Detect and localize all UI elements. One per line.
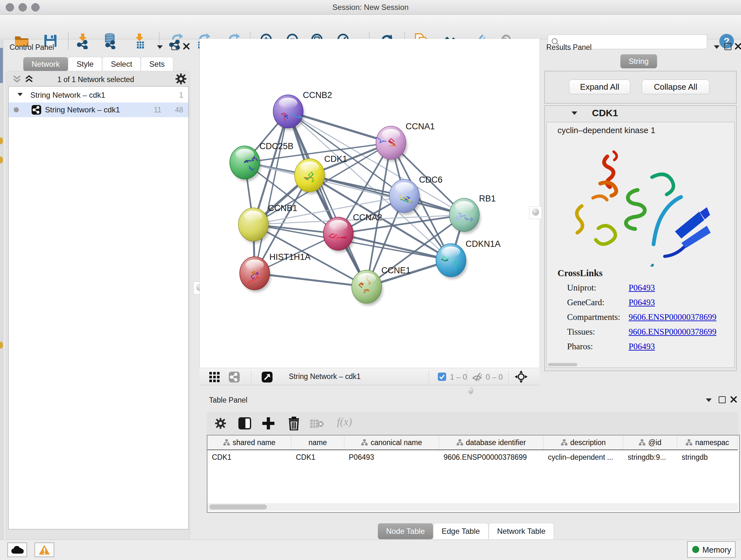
table-column-header[interactable]: description bbox=[543, 435, 623, 449]
grip-ball-icon bbox=[532, 208, 539, 215]
network-node-cdc6[interactable]: CDC6 bbox=[389, 175, 443, 215]
table-panel-float-icon[interactable] bbox=[706, 398, 712, 402]
table-column-header[interactable]: namespac bbox=[677, 435, 738, 449]
table-column-header[interactable]: database identifier bbox=[439, 435, 543, 449]
delete-column-trash-icon[interactable] bbox=[287, 416, 300, 430]
network-collection-count: 1 bbox=[179, 91, 183, 100]
network-collection-row[interactable]: String Network – cdk1 1 bbox=[9, 88, 188, 103]
table-hscrollbar-thumb[interactable] bbox=[209, 504, 267, 509]
column-header-label: name bbox=[309, 435, 327, 449]
table-cell[interactable]: P06493 bbox=[344, 450, 439, 464]
crosslink-value-link[interactable]: P06493 bbox=[629, 341, 655, 351]
network-graph[interactable]: CCNB2CCNA1CDC25BCDK1CDC6RB1CCNB1CCNA2CDK… bbox=[200, 39, 540, 368]
results-panel-float-icon[interactable] bbox=[714, 45, 720, 49]
string-view-icon[interactable] bbox=[229, 372, 240, 382]
gene-panel-hscrollbar-thumb[interactable] bbox=[548, 363, 577, 366]
delete-table-icon[interactable] bbox=[310, 419, 324, 428]
table-panel-close-icon[interactable] bbox=[730, 396, 737, 403]
collapse-all-button[interactable]: Collapse All bbox=[642, 79, 710, 94]
crosslink-label: GeneCard: bbox=[567, 298, 626, 307]
crosslink-label: Uniprot: bbox=[567, 283, 626, 293]
results-panel-close-icon[interactable] bbox=[735, 43, 741, 50]
column-header-label: database identifier bbox=[466, 435, 526, 449]
tree-expand-icon[interactable] bbox=[17, 93, 23, 96]
birds-eye-view-icon[interactable] bbox=[262, 372, 273, 382]
cloud-icon bbox=[11, 545, 23, 554]
collapse-all-chevron-icon[interactable] bbox=[12, 75, 22, 84]
control-panel-close-icon[interactable] bbox=[183, 43, 190, 50]
grid-view-icon[interactable] bbox=[209, 372, 220, 382]
network-options-gear-icon[interactable] bbox=[175, 73, 187, 85]
table-cell[interactable]: CDK1 bbox=[291, 450, 344, 464]
show-columns-icon[interactable] bbox=[238, 417, 252, 430]
control-panel-tab[interactable]: Style bbox=[68, 57, 102, 71]
table-panel-maximize-icon[interactable] bbox=[719, 396, 726, 403]
network-node-rb1[interactable]: RB1 bbox=[449, 194, 496, 234]
background-fragment bbox=[0, 157, 3, 164]
crosslink-label: Tissues: bbox=[567, 327, 626, 337]
memory-button[interactable]: Memory bbox=[687, 541, 736, 558]
memory-label: Memory bbox=[702, 545, 731, 555]
column-type-icon bbox=[361, 439, 368, 446]
table-column-header[interactable]: @id bbox=[623, 435, 677, 449]
window-titlebar: Session: New Session bbox=[0, 0, 741, 15]
gene-collapse-icon[interactable] bbox=[571, 111, 577, 115]
network-node-label: CDC6 bbox=[419, 175, 443, 185]
gene-panel-hscrollbar[interactable] bbox=[547, 362, 734, 367]
gene-detail-panel: cyclin–dependent kinase 1 CrossLinks Uni… bbox=[546, 122, 735, 368]
table-tab[interactable]: Network Table bbox=[488, 523, 554, 539]
crosslink-value-link[interactable]: P06493 bbox=[629, 298, 655, 307]
create-column-icon[interactable] bbox=[262, 417, 275, 430]
network-row[interactable]: String Network – cdk1 11 48 bbox=[9, 103, 188, 117]
fit-content-crosshair-icon[interactable] bbox=[515, 370, 528, 383]
selected-checkbox[interactable] bbox=[438, 373, 446, 381]
network-edge[interactable] bbox=[255, 273, 367, 287]
crosslink-row: Compartments: 9606.ENSP00000378699 bbox=[557, 312, 724, 327]
network-node-cdkn1a[interactable]: CDKN1A bbox=[436, 239, 501, 279]
table-hscrollbar[interactable] bbox=[207, 503, 738, 511]
table-tab[interactable]: Edge Table bbox=[433, 523, 488, 539]
table-cell[interactable]: stringdb bbox=[677, 450, 738, 464]
gene-symbol: CDK1 bbox=[592, 108, 618, 118]
table-column-header[interactable]: name bbox=[291, 435, 344, 449]
network-node-label: RB1 bbox=[479, 194, 496, 203]
control-panel-tab[interactable]: Select bbox=[102, 57, 141, 71]
network-node-cdk1[interactable]: CDK1 bbox=[294, 154, 347, 194]
control-panel-tab[interactable]: Sets bbox=[141, 57, 173, 71]
hidden-eye-slash-icon[interactable] bbox=[471, 372, 483, 382]
network-node-ccne1[interactable]: CCNE1 bbox=[352, 266, 411, 306]
table-data-row[interactable]: CDK1CDK1P064939606.ENSP00000378699cyclin… bbox=[207, 450, 738, 464]
warning-status-button[interactable] bbox=[35, 543, 54, 557]
table-column-header[interactable]: shared name bbox=[207, 435, 291, 449]
network-node-label: CDK1 bbox=[324, 154, 347, 164]
results-buttons-box: Expand All Collapse All bbox=[544, 71, 737, 104]
control-panel-tab[interactable]: Network bbox=[23, 57, 68, 71]
crosslink-label: Compartments: bbox=[567, 312, 626, 322]
crosslink-row: Pharos: P06493 bbox=[557, 341, 724, 356]
control-panel-maximize-icon[interactable] bbox=[172, 43, 179, 50]
crosslink-value-link[interactable]: 9606.ENSP00000378699 bbox=[629, 327, 717, 336]
crosslinks-list: Uniprot: P06493 GeneCard: P06493 Compart… bbox=[557, 283, 724, 356]
network-node-label: CCNE1 bbox=[381, 266, 411, 275]
cloud-status-button[interactable] bbox=[7, 543, 27, 557]
table-cell[interactable]: CDK1 bbox=[207, 450, 291, 464]
table-column-header[interactable]: canonical name bbox=[344, 435, 439, 449]
table-tab[interactable]: Node Table bbox=[378, 523, 433, 539]
control-panel-float-icon[interactable] bbox=[157, 45, 163, 49]
results-panel-tab-string[interactable]: String bbox=[620, 54, 657, 68]
results-panel-maximize-icon[interactable] bbox=[724, 43, 731, 50]
table-gear-icon[interactable] bbox=[214, 417, 226, 429]
function-builder-icon[interactable]: f(x) bbox=[337, 416, 352, 428]
crosslink-value-link[interactable]: 9606.ENSP00000378699 bbox=[629, 312, 717, 322]
network-canvas[interactable]: CCNB2CCNA1CDC25BCDK1CDC6RB1CCNB1CCNA2CDK… bbox=[199, 39, 540, 368]
expand-all-chevron-icon[interactable] bbox=[24, 75, 34, 84]
expand-all-button[interactable]: Expand All bbox=[569, 79, 630, 94]
column-type-icon bbox=[638, 439, 646, 446]
network-node-hist1h1a[interactable]: HIST1H1A bbox=[240, 252, 311, 292]
table-panel-title: Table Panel bbox=[209, 396, 247, 405]
table-cell[interactable]: stringdb:9... bbox=[623, 450, 677, 464]
table-cell[interactable]: cyclin–dependent ... bbox=[543, 450, 623, 464]
crosslink-value-link[interactable]: P06493 bbox=[629, 283, 655, 293]
table-cell[interactable]: 9606.ENSP00000378699 bbox=[439, 450, 543, 464]
memory-status-dot-icon bbox=[692, 546, 699, 553]
